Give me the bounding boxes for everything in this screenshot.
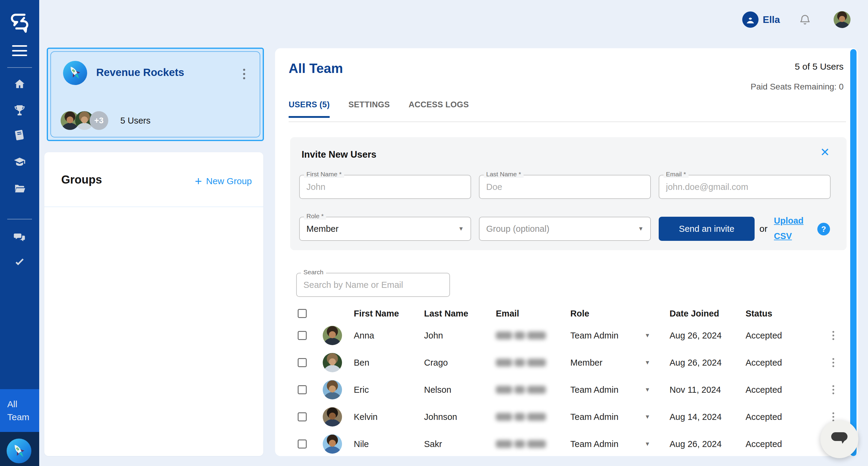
cell-email-redacted bbox=[496, 359, 570, 367]
cell-first-name: Ben bbox=[354, 358, 424, 368]
send-invite-button[interactable]: Send an invite bbox=[659, 217, 754, 241]
cell-date-joined: Aug 26, 2024 bbox=[670, 358, 746, 368]
last-name-input[interactable] bbox=[479, 175, 650, 198]
select-all-checkbox[interactable] bbox=[298, 309, 307, 318]
cell-status: Accepted bbox=[746, 358, 826, 368]
menu-icon[interactable] bbox=[12, 45, 27, 56]
groups-divider bbox=[44, 206, 263, 207]
cell-first-name: Eric bbox=[354, 385, 424, 395]
cell-email-redacted bbox=[496, 332, 570, 339]
role-dropdown[interactable]: Team Admin ▼ bbox=[570, 385, 670, 395]
seats-remaining: Paid Seats Remaining: 0 bbox=[751, 82, 843, 92]
tab-bar: USERS (5) SETTINGS ACCESS LOGS bbox=[289, 100, 469, 118]
chat-icon[interactable] bbox=[13, 232, 26, 243]
cell-last-name: Crago bbox=[424, 358, 496, 368]
user-row-avatar bbox=[323, 326, 342, 345]
help-icon[interactable]: ? bbox=[817, 223, 830, 235]
first-name-field-wrap: First Name * bbox=[299, 175, 471, 199]
cell-role: Team Admin bbox=[570, 331, 619, 341]
plus-icon: + bbox=[195, 175, 202, 187]
new-group-label: New Group bbox=[206, 176, 252, 186]
table-row: Kelvin Johnson Team Admin ▼ Aug 14, 2024… bbox=[275, 403, 858, 430]
cell-role: Team Admin bbox=[570, 439, 619, 449]
email-input[interactable] bbox=[659, 175, 830, 198]
chevron-down-icon: ▼ bbox=[645, 332, 650, 339]
users-table: Anna John Team Admin ▼ Aug 26, 2024 Acce… bbox=[275, 322, 858, 458]
team-card-revenue-rockets[interactable]: $ Revenue Rockets +3 5 Users bbox=[47, 47, 264, 141]
groups-panel: Groups + New Group Groups help organize … bbox=[44, 152, 263, 456]
assistant-icon bbox=[742, 11, 758, 28]
chat-launcher-button[interactable] bbox=[820, 420, 858, 458]
files-icon[interactable] bbox=[13, 182, 26, 194]
table-row: Nile Sakr Team Admin ▼ Aug 26, 2024 Acce… bbox=[275, 430, 858, 458]
cell-email-redacted bbox=[496, 440, 570, 448]
column-header: Role bbox=[570, 309, 670, 319]
row-menu-icon[interactable] bbox=[826, 358, 841, 367]
team-members-avatars: +3 5 Users bbox=[61, 111, 151, 130]
user-row-avatar bbox=[323, 353, 342, 372]
sidebar-item-all-team[interactable]: All Team bbox=[0, 389, 39, 432]
close-icon[interactable]: ✕ bbox=[820, 145, 830, 159]
training-icon[interactable] bbox=[13, 156, 26, 168]
row-checkbox[interactable] bbox=[298, 358, 307, 367]
more-members-badge: +3 bbox=[90, 111, 108, 130]
sidebar: All Team $ bbox=[0, 0, 39, 466]
table-row: Ben Crago Member ▼ Aug 26, 2024 Accepted bbox=[275, 349, 858, 376]
first-name-input[interactable] bbox=[300, 175, 470, 198]
tasks-icon[interactable] bbox=[13, 256, 26, 268]
assistant-chip[interactable]: Ella bbox=[742, 11, 780, 28]
last-name-field-wrap: Last Name * bbox=[479, 175, 651, 199]
team-rocket-avatar[interactable]: $ bbox=[7, 439, 31, 463]
group-select[interactable]: Group (optional) ▼ bbox=[479, 217, 651, 241]
table-row: Eric Nelson Team Admin ▼ Nov 11, 2024 Ac… bbox=[275, 376, 858, 403]
scrollbar-thumb[interactable] bbox=[850, 49, 857, 456]
row-checkbox[interactable] bbox=[298, 439, 307, 448]
chevron-down-icon: ▼ bbox=[458, 226, 464, 232]
column-header: Date Joined bbox=[670, 309, 746, 319]
table-header-row: First NameLast NameEmailRoleDate JoinedS… bbox=[275, 305, 858, 322]
team-users-count: 5 Users bbox=[120, 116, 151, 126]
app-logo-icon[interactable] bbox=[7, 10, 33, 36]
tab[interactable]: SETTINGS bbox=[348, 100, 390, 118]
search-input[interactable] bbox=[297, 273, 450, 296]
tab[interactable]: USERS (5) bbox=[289, 100, 330, 118]
team-name: Revenue Rockets bbox=[96, 66, 184, 78]
upload-csv-link[interactable]: Upload CSV bbox=[774, 213, 814, 244]
new-group-button[interactable]: + New Group bbox=[195, 175, 252, 187]
invite-title: Invite New Users bbox=[302, 149, 376, 160]
role-dropdown[interactable]: Team Admin ▼ bbox=[570, 331, 670, 341]
chevron-down-icon: ▼ bbox=[645, 387, 650, 393]
invite-new-users-panel: Invite New Users ✕ First Name * Last Nam… bbox=[290, 137, 846, 250]
row-menu-icon[interactable] bbox=[826, 331, 841, 340]
chevron-down-icon: ▼ bbox=[645, 359, 650, 366]
row-checkbox[interactable] bbox=[298, 331, 307, 340]
row-menu-icon[interactable] bbox=[826, 385, 841, 394]
trophy-icon[interactable] bbox=[13, 104, 26, 116]
row-checkbox[interactable] bbox=[298, 412, 307, 422]
home-icon[interactable] bbox=[13, 78, 26, 90]
cell-status: Accepted bbox=[746, 412, 826, 422]
row-checkbox[interactable] bbox=[298, 385, 307, 394]
role-dropdown[interactable]: Team Admin ▼ bbox=[570, 439, 670, 449]
role-select[interactable]: Role * Member ▼ bbox=[299, 217, 471, 241]
user-avatar[interactable] bbox=[834, 11, 850, 28]
cell-last-name: Johnson bbox=[424, 412, 496, 422]
sidebar-footer: $ bbox=[0, 432, 39, 466]
team-card-inner: $ Revenue Rockets +3 5 Users bbox=[50, 51, 260, 137]
cell-role: Member bbox=[570, 358, 602, 368]
team-card-menu-icon[interactable] bbox=[243, 69, 245, 79]
first-name-label: First Name * bbox=[304, 171, 344, 178]
notifications-bell-icon[interactable] bbox=[799, 13, 811, 27]
role-label: Role * bbox=[304, 212, 326, 220]
library-icon[interactable] bbox=[13, 129, 26, 141]
email-label: Email * bbox=[663, 171, 688, 178]
role-dropdown[interactable]: Team Admin ▼ bbox=[570, 412, 670, 422]
tab[interactable]: ACCESS LOGS bbox=[409, 100, 469, 118]
table-row: Anna John Team Admin ▼ Aug 26, 2024 Acce… bbox=[275, 322, 858, 349]
page-title: All Team bbox=[289, 61, 343, 76]
role-dropdown[interactable]: Member ▼ bbox=[570, 358, 670, 368]
cell-email-redacted bbox=[496, 413, 570, 421]
top-bar: Ella bbox=[742, 11, 850, 28]
sidebar-divider bbox=[7, 219, 32, 220]
cell-date-joined: Aug 26, 2024 bbox=[670, 331, 746, 341]
